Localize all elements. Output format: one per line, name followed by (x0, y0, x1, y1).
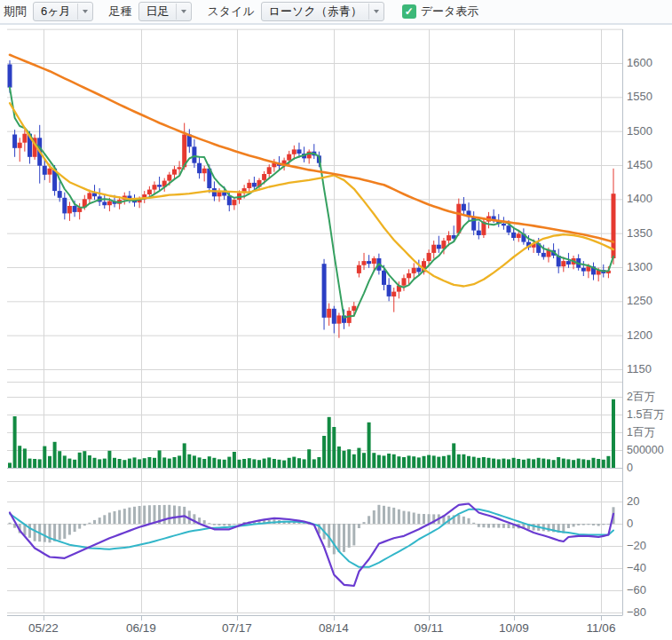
volume-bar (48, 456, 51, 468)
macd-histogram-bar (213, 524, 216, 525)
volume-bars (8, 399, 615, 468)
macd-histogram-bar (238, 524, 241, 525)
candle-body-up (412, 268, 416, 273)
volume-bar (552, 460, 556, 468)
volume-bar (98, 459, 101, 468)
candle-body-up (327, 309, 331, 318)
candle-body-up (147, 190, 152, 194)
candle-body-up (48, 169, 52, 175)
volume-axis-label: 1.5百万 (627, 408, 664, 421)
macd-histogram-bar (398, 510, 400, 524)
ma-mid-line (10, 103, 613, 286)
volume-bar (517, 459, 520, 468)
bar-type-dropdown-arrow-box[interactable] (176, 4, 191, 20)
price-axis-label: 1300 (627, 260, 652, 273)
chevron-down-icon (181, 10, 186, 13)
volume-bar (73, 460, 76, 468)
macd-histogram-bar (74, 524, 76, 532)
style-dropdown-arrow-box[interactable] (368, 4, 383, 20)
candle-body-up (172, 170, 177, 175)
macd-histogram-bar (78, 524, 81, 529)
volume-bar (278, 460, 281, 468)
date-axis-label: 06/19 (126, 621, 156, 635)
candle-body-up (87, 193, 91, 199)
macd-histogram-bar (63, 524, 66, 539)
price-volume-macd-chart[interactable]: 1600155015001450140013501300125012001150… (0, 25, 672, 640)
volume-bar (602, 460, 605, 468)
volume-bar (592, 458, 596, 468)
macd-histogram-bar (413, 513, 415, 525)
macd-axis-label: 20 (627, 494, 639, 508)
macd-histogram-bar (337, 524, 340, 552)
volume-bar (352, 454, 356, 468)
macd-histogram-bar (168, 505, 170, 524)
macd-histogram-bar (373, 510, 376, 524)
volume-bar (542, 459, 545, 468)
macd-histogram-bar (348, 524, 351, 548)
volume-bar (362, 453, 366, 468)
candle-body-down (387, 285, 391, 296)
volume-bar (128, 459, 131, 468)
candle-body-up (153, 185, 157, 189)
volume-axis-label: 1百万 (627, 426, 655, 439)
volume-bar (198, 457, 202, 468)
macd-histogram-bar (43, 524, 46, 542)
candle-body-down (43, 166, 47, 175)
macd-histogram-bar (587, 524, 589, 525)
volume-bar (307, 449, 311, 468)
volume-bar (193, 455, 196, 468)
candle-body-up (561, 261, 565, 266)
macd-histogram-bar (478, 524, 480, 527)
candle-body-down (62, 198, 67, 214)
macd-histogram-bar (573, 524, 575, 526)
macd-histogram-bar (567, 524, 570, 528)
data-display-checkbox[interactable]: ✓ (402, 4, 416, 19)
period-dropdown-arrow-box[interactable] (77, 4, 92, 20)
volume-bar (357, 448, 360, 468)
candle-body-down (332, 309, 336, 324)
bar-type-dropdown[interactable]: 日足 (138, 2, 192, 21)
price-axis-label: 1450 (627, 158, 652, 171)
date-axis-label: 09/11 (415, 621, 444, 635)
macd-histogram-bar (377, 505, 380, 524)
volume-bar (208, 456, 211, 468)
style-dropdown[interactable]: ローソク（赤青） (261, 2, 384, 21)
macd-histogram-bar (607, 524, 610, 525)
chart-canvas[interactable]: 1600155015001450140013501300125012001150… (0, 25, 672, 640)
style-label: スタイル (208, 4, 255, 20)
volume-bar (417, 457, 421, 468)
macd-histogram-bar (148, 505, 151, 524)
volume-bar (273, 459, 276, 468)
macd-histogram-bar (99, 518, 101, 524)
candle-body-up (447, 235, 451, 241)
candle-body-down (322, 264, 327, 318)
volume-bar (557, 457, 560, 468)
volume-bar (412, 456, 415, 468)
macd-histogram-bar (352, 524, 355, 545)
volume-bar (527, 459, 531, 468)
candle-body-up (402, 278, 407, 285)
macd-histogram-bar (108, 513, 111, 525)
volume-bar (477, 458, 480, 468)
volume-bar (43, 446, 46, 468)
volume-bar (238, 460, 241, 468)
volume-bar (397, 456, 400, 468)
macd-histogram-bar (233, 524, 235, 525)
volume-bar (158, 450, 162, 468)
volume-bar (202, 459, 206, 468)
volume-bar (183, 443, 186, 468)
macd-axis-label: −80 (627, 605, 646, 619)
candle-body-down (511, 233, 516, 238)
volume-bar (248, 458, 251, 468)
volume-bar (492, 459, 495, 468)
candle-body-down (566, 261, 571, 265)
macd-histogram-bar (407, 511, 410, 524)
stock-chart-app: 期間 6ヶ月 足種 日足 スタイル ローソク（赤青） ✓ データ表示 (0, 0, 672, 640)
candle-body-up (178, 167, 182, 169)
macd-histogram-bar (88, 523, 91, 524)
volume-bar (328, 417, 331, 468)
period-dropdown[interactable]: 6ヶ月 (33, 2, 93, 21)
candle-body-up (267, 167, 272, 174)
volume-axis-label: 500000 (627, 444, 664, 456)
macd-histogram-bar (597, 524, 600, 526)
